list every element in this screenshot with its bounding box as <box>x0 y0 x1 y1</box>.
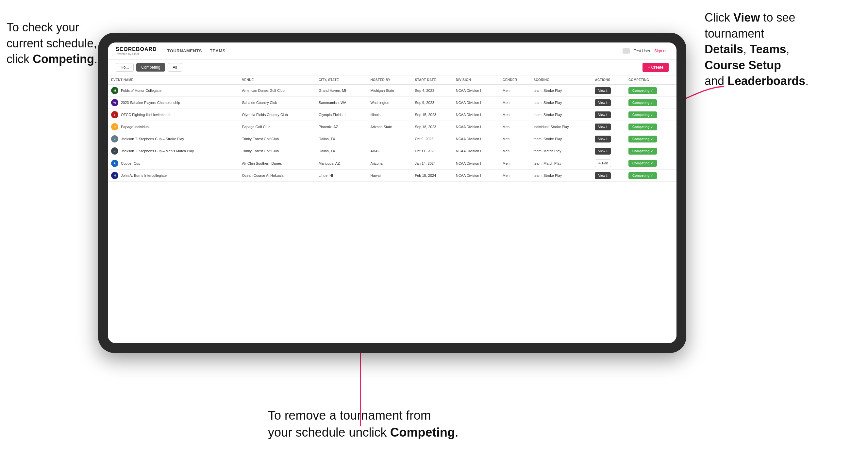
cell-competing: Competing ✓ <box>625 97 677 109</box>
cell-event-name: M Folds of Honor Collegiate <box>108 85 239 97</box>
cell-gender: Men <box>499 157 530 169</box>
nav-teams[interactable]: TEAMS <box>210 47 225 55</box>
cell-start-date: Sep 4, 2023 <box>411 85 452 97</box>
event-name-text: Papago Individual <box>121 125 149 129</box>
logo-title: SCOREBOARD <box>116 46 157 52</box>
cell-division: NCAA Division I <box>453 109 499 121</box>
col-city-state: CITY, STATE <box>315 75 367 85</box>
view-button[interactable]: View ℹ <box>595 99 611 106</box>
table-row: J Jackson T. Stephens Cup – Men's Match … <box>108 145 677 157</box>
col-actions: ACTIONS <box>591 75 625 85</box>
cell-division: NCAA Division I <box>453 145 499 157</box>
cell-division: NCAA Division I <box>453 97 499 109</box>
cell-venue: Trinity Forest Golf Club <box>239 133 316 145</box>
cell-city-state: Dallas, TX <box>315 133 367 145</box>
annotation-bottom: To remove a tournament from your schedul… <box>268 407 497 441</box>
competing-button[interactable]: Competing ✓ <box>628 112 657 118</box>
tournaments-table: EVENT NAME VENUE CITY, STATE HOSTED BY S… <box>108 75 677 182</box>
competing-button[interactable]: Competing ✓ <box>628 148 657 155</box>
col-competing: COMPETING <box>625 75 677 85</box>
cell-gender: Men <box>499 109 530 121</box>
view-button[interactable]: View ℹ <box>595 172 611 179</box>
col-venue: VENUE <box>239 75 316 85</box>
tournaments-table-container: EVENT NAME VENUE CITY, STATE HOSTED BY S… <box>108 75 677 343</box>
competing-button[interactable]: Competing ✓ <box>628 99 657 106</box>
cell-venue: Ocean Course At Hokuala <box>239 169 316 182</box>
signout-link[interactable]: Sign out <box>654 49 669 53</box>
cell-hosted-by <box>367 133 411 145</box>
cell-event-name: J Jackson T. Stephens Cup – Stroke Play <box>108 133 239 145</box>
table-row: P Papago Individual Papago Golf ClubPhoe… <box>108 121 677 133</box>
user-icon <box>623 49 630 54</box>
cell-competing: Competing ✓ <box>625 109 677 121</box>
team-logo: A <box>111 160 118 167</box>
cell-city-state: Phoenix, AZ <box>315 121 367 133</box>
cell-hosted-by: Arizona State <box>367 121 411 133</box>
competing-button[interactable]: Competing ✓ <box>628 160 657 167</box>
user-label: Test User <box>634 49 650 53</box>
cell-actions: View ℹ <box>591 85 625 97</box>
competing-button[interactable]: Competing ✓ <box>628 172 657 179</box>
cell-scoring: team, Stroke Play <box>530 169 592 182</box>
annotation-top-right: Click View to see tournament Details, Te… <box>705 10 862 89</box>
competing-button[interactable]: Competing ✓ <box>628 87 657 94</box>
cell-city-state: Dallas, TX <box>315 145 367 157</box>
table-row: W 2023 Sahalee Players Championship Saha… <box>108 97 677 109</box>
event-name-text: 2023 Sahalee Players Championship <box>121 101 180 104</box>
col-scoring: SCORING <box>530 75 592 85</box>
cell-start-date: Feb 15, 2024 <box>411 169 452 182</box>
view-button[interactable]: View ℹ <box>595 112 611 118</box>
cell-competing: Competing ✓ <box>625 145 677 157</box>
cell-competing: Competing ✓ <box>625 133 677 145</box>
cell-city-state: Maricopa, AZ <box>315 157 367 169</box>
cell-event-name: I OFCC Fighting Illini Invitational <box>108 109 239 121</box>
cell-competing: Competing ✓ <box>625 169 677 182</box>
view-button[interactable]: View ℹ <box>595 136 611 143</box>
cell-scoring: team, Stroke Play <box>530 133 592 145</box>
event-name-text: Jackson T. Stephens Cup – Men's Match Pl… <box>121 149 194 153</box>
nav-tournaments[interactable]: TOURNAMENTS <box>167 47 202 55</box>
cell-city-state: Olympia Fields, IL <box>315 109 367 121</box>
team-logo: J <box>111 135 118 143</box>
table-row: A Copper Cup Ak-Chin Southern DunesMaric… <box>108 157 677 169</box>
team-logo: W <box>111 99 118 106</box>
create-button[interactable]: + Create <box>643 63 669 72</box>
nav-links: TOURNAMENTS TEAMS <box>167 47 623 55</box>
tab-competing[interactable]: Competing <box>136 63 165 71</box>
tab-home[interactable]: Ho... <box>116 63 134 71</box>
cell-scoring: team, Stroke Play <box>530 97 592 109</box>
view-button[interactable]: View ℹ <box>595 124 611 130</box>
competing-button[interactable]: Competing ✓ <box>628 136 657 143</box>
scoreboard-logo: SCOREBOARD Powered by clippi <box>116 46 157 56</box>
cell-gender: Men <box>499 145 530 157</box>
cell-start-date: Sep 9, 2023 <box>411 97 452 109</box>
toolbar: Ho... Competing All + Create <box>108 60 677 75</box>
event-name-text: Folds of Honor Collegiate <box>121 89 161 92</box>
col-event-name: EVENT NAME <box>108 75 239 85</box>
cell-competing: Competing ✓ <box>625 85 677 97</box>
cell-actions: View ℹ <box>591 97 625 109</box>
cell-division: NCAA Division I <box>453 157 499 169</box>
view-button[interactable]: View ℹ <box>595 148 611 155</box>
cell-scoring: team, Stroke Play <box>530 109 592 121</box>
cell-event-name: J Jackson T. Stephens Cup – Men's Match … <box>108 145 239 157</box>
cell-scoring: team, Stroke Play <box>530 85 592 97</box>
view-button[interactable]: View ℹ <box>595 87 611 94</box>
team-logo: H <box>111 172 118 179</box>
cell-actions: View ℹ <box>591 133 625 145</box>
cell-hosted-by: Michigan State <box>367 85 411 97</box>
edit-button[interactable]: ✏ Edit <box>595 159 611 167</box>
cell-start-date: Oct 9, 2023 <box>411 133 452 145</box>
cell-division: NCAA Division I <box>453 169 499 182</box>
team-logo: I <box>111 111 118 118</box>
table-body: M Folds of Honor Collegiate American Dun… <box>108 85 677 182</box>
cell-scoring: team, Match Play <box>530 157 592 169</box>
cell-venue: American Dunes Golf Club <box>239 85 316 97</box>
table-header-row: EVENT NAME VENUE CITY, STATE HOSTED BY S… <box>108 75 677 85</box>
cell-actions: View ℹ <box>591 109 625 121</box>
cell-scoring: individual, Stroke Play <box>530 121 592 133</box>
competing-button[interactable]: Competing ✓ <box>628 124 657 130</box>
cell-start-date: Oct 11, 2023 <box>411 145 452 157</box>
cell-division: NCAA Division I <box>453 85 499 97</box>
tab-all[interactable]: All <box>168 63 182 71</box>
